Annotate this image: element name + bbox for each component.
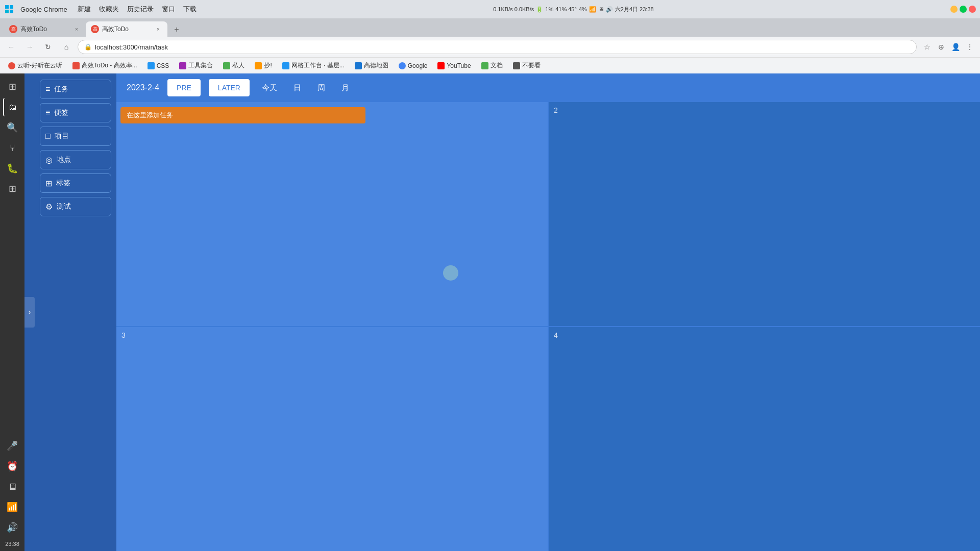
grid-cell-4[interactable]: 4 <box>549 327 980 551</box>
bookmark-youtube[interactable]: YouTube <box>433 60 475 72</box>
sidebar-btn-notes-label: 便签 <box>54 108 68 117</box>
cpu-info: 41% 45° <box>555 6 577 12</box>
menu-history[interactable]: 历史记录 <box>127 5 154 14</box>
sidebar-btn-test[interactable]: ⚙ 测试 <box>40 197 111 216</box>
close-button[interactable] <box>969 6 976 13</box>
bookmark-network[interactable]: 网格工作台 · 基层... <box>278 60 349 72</box>
bookmark-chao-label: 抄! <box>264 61 272 70</box>
system-status: 0.1KB/s 0.0KB/s 🔋 1% 41% 45° 4% 📶 🖥 🔊 六2… <box>493 6 653 13</box>
bookmark-css[interactable]: CSS <box>143 60 174 72</box>
bookmark-chao[interactable]: 抄! <box>251 60 276 72</box>
sidebar-collapse-area: › <box>24 73 35 551</box>
bookmark-tools[interactable]: 工具集合 <box>175 60 217 72</box>
vscode-icon-screen[interactable]: 🖥 <box>3 478 21 496</box>
tab-1[interactable]: 高 高效ToDo × <box>4 21 86 37</box>
tab-2[interactable]: 高 高效ToDo × <box>86 21 167 37</box>
bookmark-private[interactable]: 私人 <box>219 60 249 72</box>
vscode-icon-wifi[interactable]: 📶 <box>3 498 21 516</box>
home-button[interactable]: ⌂ <box>59 40 74 54</box>
tab-add-button[interactable]: + <box>169 22 184 37</box>
content-area: ⊞ 🗂 🔍 ⑂ 🐛 ⊞ 🎤 ⏰ 🖥 📶 🔊 23:38 › ≡ 任务 <box>0 73 980 551</box>
extension-icon[interactable]: ⊕ <box>935 41 947 53</box>
tab-label-1: 高效ToDo <box>20 25 47 34</box>
datetime: 六2月4日 23:38 <box>615 6 654 13</box>
vscode-icon-search[interactable]: 🔍 <box>3 118 21 137</box>
settings-icon[interactable]: ⋮ <box>964 41 976 53</box>
address-bar: ← → ↻ ⌂ 🔒 localhost:3000/main/task ☆ ⊕ 👤… <box>0 37 980 57</box>
menu-new[interactable]: 新建 <box>78 5 91 14</box>
task-item-add[interactable]: 在这里添加任务 <box>120 107 365 123</box>
tab-close-1[interactable]: × <box>72 25 81 33</box>
cell-number-3: 3 <box>121 331 126 339</box>
bookmark-dontsee[interactable]: 不要看 <box>509 60 545 72</box>
back-button[interactable]: ← <box>4 40 18 54</box>
task-placeholder: 在这里添加任务 <box>127 111 173 120</box>
tab-close-2[interactable]: × <box>154 25 162 33</box>
vscode-sidebar: ⊞ 🗂 🔍 ⑂ 🐛 ⊞ 🎤 ⏰ 🖥 📶 🔊 23:38 <box>0 73 24 551</box>
sidebar-btn-tasks[interactable]: ≡ 任务 <box>40 80 111 99</box>
locations-icon: ◎ <box>45 155 53 165</box>
windows-button[interactable] <box>4 4 14 14</box>
forward-button[interactable]: → <box>22 40 37 54</box>
vscode-icon-git[interactable]: ⑂ <box>3 139 21 157</box>
bookmark-gaoxiao[interactable]: 高效ToDo - 高效率... <box>68 60 141 72</box>
bookmark-private-label: 私人 <box>232 61 244 70</box>
sidebar-btn-projects-label: 项目 <box>55 132 69 141</box>
sidebar-btn-notes[interactable]: ≡ 便签 <box>40 103 111 122</box>
bookmark-css-label: CSS <box>157 62 169 69</box>
monitor-icon: 🖥 <box>598 6 604 12</box>
menu-window[interactable]: 窗口 <box>162 5 175 14</box>
bookmark-docs[interactable]: 文档 <box>477 60 507 72</box>
test-icon: ⚙ <box>45 202 53 212</box>
tab-favicon-2: 高 <box>91 25 99 33</box>
title-bar-left <box>4 4 14 14</box>
profile-icon[interactable]: 👤 <box>949 41 962 53</box>
address-actions: ☆ ⊕ 👤 ⋮ <box>921 41 976 53</box>
address-input[interactable]: 🔒 localhost:3000/main/task <box>78 40 917 54</box>
week-label[interactable]: 周 <box>313 81 329 95</box>
vscode-icon-mic[interactable]: 🎤 <box>3 437 21 455</box>
tab-label-2: 高效ToDo <box>102 25 129 34</box>
maximize-button[interactable] <box>960 6 967 13</box>
browser-frame: Google Chrome 新建 收藏夹 历史记录 窗口 下载 0.1KB/s … <box>0 0 980 551</box>
mem-info: 4% <box>579 6 587 12</box>
bookmark-yunting[interactable]: 云听-好听在云听 <box>4 60 66 72</box>
cell-number-4: 4 <box>554 331 558 339</box>
vscode-icon-explorer[interactable]: 🗂 <box>3 98 21 116</box>
sidebar-btn-tags[interactable]: ⊞ 标签 <box>40 173 111 193</box>
vscode-bottom-icons: 🎤 ⏰ 🖥 📶 🔊 <box>3 437 21 537</box>
menu-favorites[interactable]: 收藏夹 <box>99 5 119 14</box>
task-area-1: 在这里添加任务 <box>120 107 544 123</box>
collapse-toggle[interactable]: › <box>24 297 35 328</box>
menu-download[interactable]: 下载 <box>183 5 197 14</box>
sidebar-btn-locations[interactable]: ◎ 地点 <box>40 150 111 169</box>
browser-title: Google Chrome <box>20 6 67 13</box>
vscode-icon-windows[interactable]: ⊞ <box>3 78 21 96</box>
day-label[interactable]: 日 <box>289 81 305 95</box>
bookmark-docs-label: 文档 <box>491 61 503 70</box>
today-label[interactable]: 今天 <box>258 81 281 95</box>
star-icon[interactable]: ☆ <box>921 41 933 53</box>
refresh-button[interactable]: ↻ <box>41 40 55 54</box>
date-display: 2023-2-4 <box>127 83 159 92</box>
window-controls <box>950 6 976 13</box>
month-label[interactable]: 月 <box>337 81 353 95</box>
vscode-icon-speaker[interactable]: 🔊 <box>3 518 21 537</box>
app-sidebar: ≡ 任务 ≡ 便签 □ 项目 ◎ 地点 ⊞ 标签 ⚙ 测试 <box>35 73 116 551</box>
speaker-icon: 🔊 <box>606 6 613 13</box>
grid-cell-2[interactable]: 2 <box>549 102 980 326</box>
bookmarks-bar: 云听-好听在云听 高效ToDo - 高效率... CSS 工具集合 私人 抄! … <box>0 57 980 73</box>
vscode-icon-extensions[interactable]: ⊞ <box>3 180 21 198</box>
sidebar-btn-projects[interactable]: □ 项目 <box>40 127 111 146</box>
bookmark-google[interactable]: Google <box>395 60 432 72</box>
minimize-button[interactable] <box>950 6 958 13</box>
vscode-icon-debug[interactable]: 🐛 <box>3 159 21 178</box>
bookmark-gaode[interactable]: 高德地图 <box>351 60 393 72</box>
vscode-icon-clock[interactable]: ⏰ <box>3 457 21 475</box>
later-button[interactable]: LATER <box>209 79 250 96</box>
pre-button[interactable]: PRE <box>167 79 201 96</box>
grid-cell-3[interactable]: 3 <box>116 327 548 551</box>
grid-cell-1[interactable]: 在这里添加任务 <box>116 102 548 326</box>
tab-bar: 高 高效ToDo × 高 高效ToDo × + <box>0 18 980 37</box>
main-panel: 2023-2-4 PRE LATER 今天 日 周 月 在这里添加任务 <box>116 73 980 551</box>
